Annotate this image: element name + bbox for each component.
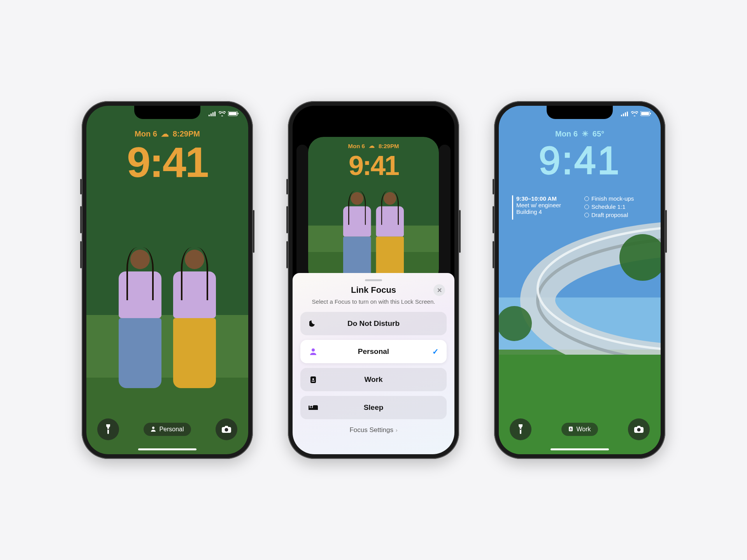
svg-rect-35 bbox=[570, 429, 572, 430]
notch bbox=[134, 106, 200, 119]
preview-time: 9:41 bbox=[308, 152, 439, 179]
focus-item-dnd[interactable]: Do Not Disturb bbox=[300, 312, 447, 335]
phone-center: Mon 6 ☁︎ 8:29PM 9:41 Link Focus ✕ Select… bbox=[288, 101, 459, 459]
home-indicator[interactable] bbox=[551, 448, 609, 450]
svg-rect-24 bbox=[650, 113, 651, 114]
lockscreen-date: Mon 6 bbox=[555, 130, 578, 138]
svg-point-7 bbox=[108, 429, 109, 430]
focus-item-personal[interactable]: Personal ✓ bbox=[300, 340, 447, 363]
lockscreen-date: Mon 6 bbox=[135, 130, 157, 138]
focus-item-label: Personal bbox=[308, 347, 439, 356]
svg-point-10 bbox=[225, 428, 228, 432]
focus-item-label: Do Not Disturb bbox=[308, 319, 439, 328]
camera-icon bbox=[221, 425, 231, 433]
chevron-right-icon: › bbox=[396, 427, 398, 433]
weather-icon: ☁︎ bbox=[369, 142, 375, 149]
phone-right: Mon 6 ☀︎ 65° 9:41 9:30–10:00 AM Meet w/ … bbox=[494, 101, 665, 459]
camera-button[interactable] bbox=[216, 418, 237, 440]
notch bbox=[340, 106, 407, 119]
battery-icon bbox=[640, 111, 651, 116]
lockscreen-weather: 8:29PM bbox=[173, 130, 200, 138]
focus-item-label: Sleep bbox=[308, 403, 439, 412]
camera-button[interactable] bbox=[628, 418, 650, 440]
lockscreen-date-line: Mon 6 ☁︎ 8:29PM bbox=[135, 129, 200, 138]
svg-point-32 bbox=[520, 429, 521, 430]
focus-pill-label: Personal bbox=[159, 426, 184, 433]
close-icon: ✕ bbox=[437, 287, 442, 294]
reminders-widget[interactable]: Finish mock-ups Schedule 1:1 Draft propo… bbox=[584, 195, 647, 220]
svg-point-34 bbox=[570, 427, 572, 429]
lockscreen-time: 9:41 bbox=[499, 141, 661, 180]
status-bar bbox=[621, 111, 651, 116]
flashlight-button[interactable] bbox=[97, 418, 119, 440]
svg-point-8 bbox=[152, 427, 154, 429]
lockscreen-preview-card[interactable]: Mon 6 ☁︎ 8:29PM 9:41 bbox=[308, 137, 439, 285]
svg-rect-5 bbox=[229, 112, 237, 115]
calendar-time-range: 9:30–10:00 AM bbox=[516, 195, 561, 202]
lockscreen-date-line: Mon 6 ☀︎ 65° bbox=[555, 129, 604, 138]
wifi-icon bbox=[219, 111, 226, 116]
focus-pill-label: Work bbox=[576, 426, 591, 433]
svg-rect-18 bbox=[621, 115, 622, 116]
svg-rect-23 bbox=[641, 112, 649, 115]
flashlight-button[interactable] bbox=[510, 418, 531, 440]
svg-rect-1 bbox=[210, 114, 212, 116]
focus-pill[interactable]: Work bbox=[561, 423, 598, 436]
weather-icon: ☁︎ bbox=[161, 129, 169, 138]
link-focus-sheet: Link Focus ✕ Select a Focus to turn on w… bbox=[293, 273, 454, 454]
svg-rect-3 bbox=[214, 112, 216, 116]
cellular-icon bbox=[621, 112, 629, 116]
svg-point-37 bbox=[637, 428, 640, 432]
cellular-icon bbox=[209, 112, 216, 116]
switcher-peek-right[interactable] bbox=[439, 145, 451, 277]
home-indicator[interactable] bbox=[138, 448, 196, 450]
lockscreen-weather: 65° bbox=[593, 130, 604, 138]
person-icon bbox=[151, 426, 156, 433]
status-bar bbox=[209, 111, 239, 116]
reminder-item: Schedule 1:1 bbox=[591, 203, 626, 210]
flashlight-icon bbox=[104, 424, 112, 434]
svg-rect-0 bbox=[209, 115, 210, 116]
reminder-item: Draft proposal bbox=[591, 212, 628, 218]
reminder-item: Finish mock-ups bbox=[591, 195, 634, 202]
sheet-title: Link Focus bbox=[351, 285, 396, 295]
check-icon: ✓ bbox=[432, 347, 439, 356]
camera-icon bbox=[634, 425, 644, 433]
phone-left: Mon 6 ☁︎ 8:29PM 9:41 Personal bbox=[82, 101, 253, 459]
close-button[interactable]: ✕ bbox=[433, 284, 445, 296]
reminder-bullet-icon bbox=[584, 213, 589, 217]
switcher-peek-left[interactable] bbox=[296, 145, 308, 277]
wifi-icon bbox=[631, 111, 638, 116]
sheet-subtitle: Select a Focus to turn on with this Lock… bbox=[312, 298, 435, 305]
focus-item-label: Work bbox=[308, 375, 439, 384]
svg-rect-19 bbox=[623, 114, 624, 116]
lockscreen-time: 9:41 bbox=[86, 141, 248, 184]
preview-date-line: Mon 6 ☁︎ 8:29PM bbox=[348, 142, 399, 149]
badge-icon bbox=[568, 426, 573, 433]
sheet-grabber[interactable] bbox=[365, 279, 382, 281]
svg-rect-6 bbox=[238, 113, 238, 114]
calendar-title: Meet w/ engineer bbox=[516, 202, 561, 208]
sun-icon: ☀︎ bbox=[582, 129, 589, 138]
flashlight-icon bbox=[517, 424, 524, 434]
calendar-widget[interactable]: 9:30–10:00 AM Meet w/ engineer Building … bbox=[512, 195, 575, 220]
focus-item-sleep[interactable]: Sleep bbox=[300, 396, 447, 419]
notch bbox=[547, 106, 613, 119]
focus-settings-link[interactable]: Focus Settings › bbox=[349, 426, 397, 434]
calendar-location: Building 4 bbox=[516, 208, 561, 215]
svg-rect-20 bbox=[625, 112, 626, 116]
focus-item-work[interactable]: Work bbox=[300, 368, 447, 391]
reminder-bullet-icon bbox=[584, 205, 589, 209]
focus-pill[interactable]: Personal bbox=[144, 423, 191, 436]
reminder-bullet-icon bbox=[584, 196, 589, 201]
battery-icon bbox=[228, 111, 239, 116]
svg-rect-2 bbox=[212, 112, 214, 116]
svg-rect-21 bbox=[627, 112, 628, 116]
lockscreen-widgets: 9:30–10:00 AM Meet w/ engineer Building … bbox=[512, 195, 647, 220]
